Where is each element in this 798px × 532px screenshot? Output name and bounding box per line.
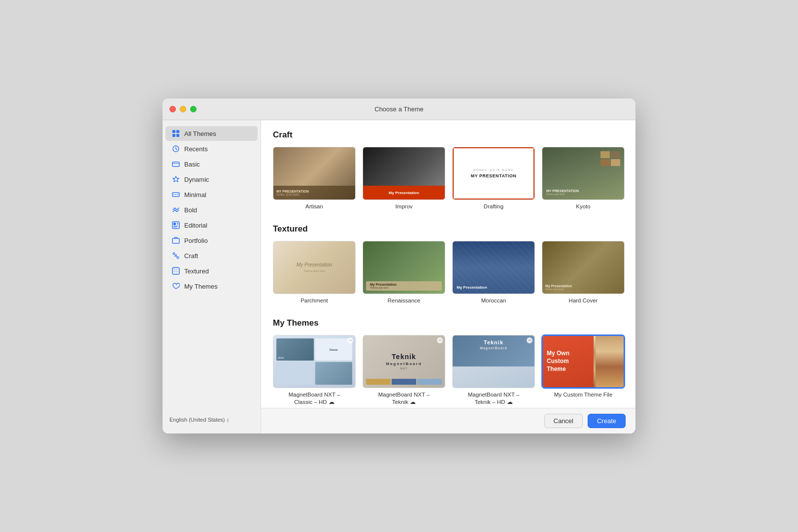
drafting-thumb: DONEC QUIS NUNC MY PRESENTATION (452, 147, 535, 200)
sidebar-nav: All Themes Recents (163, 126, 261, 294)
theme-card-magnetboard-teknik[interactable]: Teknik MagnetBoard NXT ⋯ (363, 335, 445, 406)
magnetboard-teknik-thumb: Teknik MagnetBoard NXT ⋯ (363, 335, 445, 388)
dynamic-label: Dynamic (184, 176, 209, 183)
hardcover-thumb: My Presentation Donec quis nunc (542, 241, 625, 294)
kyoto-label: Kyoto (576, 203, 590, 210)
magnetboard-teknik-hd-label: MagnetBoard NXT –Teknik – HD ☁ (468, 391, 520, 406)
artisan-label: Artisan (305, 203, 323, 210)
artisan-thumb: MY PRESENTATION DONEC QUIS NUNC (273, 147, 356, 200)
window-title: Choose a Theme (374, 105, 424, 113)
my-themes-label: My Themes (184, 283, 218, 290)
bold-icon (171, 205, 180, 214)
cancel-button[interactable]: Cancel (544, 414, 583, 428)
sidebar-item-all-themes[interactable]: All Themes (166, 126, 258, 141)
sidebar-item-basic[interactable]: Basic (166, 157, 258, 171)
magnetboard-teknik-hd-thumb: Teknik MagnetBoard ⋯ (452, 335, 535, 388)
portfolio-icon (171, 236, 180, 245)
svg-point-8 (173, 194, 174, 195)
svg-rect-1 (176, 130, 179, 133)
content-scroll-area[interactable]: Craft MY PRESENTATION DONEC QUIS NUNC (261, 120, 635, 408)
editorial-icon (171, 221, 180, 230)
drafting-label: Drafting (484, 203, 503, 210)
my-themes-grid: photo Classic ⋯ (273, 335, 624, 406)
magnetboard-classic-thumb: photo Classic ⋯ (273, 335, 356, 388)
textured-icon (171, 266, 180, 275)
basic-label: Basic (184, 161, 200, 168)
main-content: Craft MY PRESENTATION DONEC QUIS NUNC (261, 120, 635, 433)
textured-section-title: Textured (273, 224, 624, 234)
sidebar-item-minimal[interactable]: Minimal (166, 187, 258, 202)
create-button[interactable]: Create (588, 414, 626, 428)
svg-rect-0 (172, 130, 175, 133)
theme-card-kyoto[interactable]: MY PRESENTATION Donec quis nunc Kyoto (542, 147, 625, 210)
sidebar-item-craft[interactable]: Craft (166, 248, 258, 263)
my-themes-icon (171, 282, 180, 291)
all-themes-icon (171, 129, 180, 138)
svg-rect-11 (172, 222, 179, 229)
sidebar-item-dynamic[interactable]: Dynamic (166, 172, 258, 187)
window-body: All Themes Recents (163, 120, 635, 433)
editorial-label: Editorial (184, 222, 207, 229)
theme-card-artisan[interactable]: MY PRESENTATION DONEC QUIS NUNC Artisan (273, 147, 356, 210)
hardcover-label: Hard Cover (569, 297, 598, 304)
moroccan-thumb: My Presentation (452, 241, 535, 294)
sidebar-item-portfolio[interactable]: Portfolio (166, 233, 258, 248)
minimize-button[interactable] (180, 106, 186, 112)
sidebar-item-textured[interactable]: Textured (166, 264, 258, 278)
title-bar: Choose a Theme (163, 99, 635, 120)
sidebar-item-my-themes[interactable]: My Themes (166, 279, 258, 294)
theme-card-magnetboard-classic[interactable]: photo Classic ⋯ (273, 335, 356, 406)
svg-rect-22 (172, 267, 179, 274)
svg-rect-5 (172, 162, 179, 166)
sidebar-item-recents[interactable]: Recents (166, 141, 258, 156)
svg-point-18 (173, 253, 175, 255)
craft-label: Craft (184, 252, 198, 260)
recents-icon (171, 144, 180, 153)
renaissance-thumb: My Presentation Theme quis num (363, 241, 445, 294)
theme-card-drafting[interactable]: DONEC QUIS NUNC MY PRESENTATION Drafting (452, 147, 535, 210)
renaissance-label: Renaissance (388, 297, 420, 304)
theme-card-parchment[interactable]: My Presentation Theme quis num Parchment (273, 241, 356, 304)
sidebar-item-editorial[interactable]: Editorial (166, 218, 258, 233)
theme-card-my-custom[interactable]: My OwnCustomTheme My Custom Theme File (542, 335, 625, 406)
fullscreen-button[interactable] (190, 106, 197, 112)
svg-point-19 (177, 257, 179, 259)
parchment-thumb: My Presentation Theme quis num (273, 241, 356, 294)
recents-label: Recents (184, 145, 208, 153)
moroccan-label: Moroccan (481, 297, 506, 304)
basic-icon (171, 160, 180, 168)
my-custom-thumb: My OwnCustomTheme (542, 335, 625, 388)
svg-rect-2 (172, 134, 175, 137)
theme-card-hardcover[interactable]: My Presentation Donec quis nunc Hard Cov… (542, 241, 625, 304)
bold-label: Bold (184, 206, 197, 214)
craft-icon (171, 251, 180, 260)
minimal-label: Minimal (184, 191, 206, 199)
close-button[interactable] (169, 106, 176, 112)
theme-card-moroccan[interactable]: My Presentation Moroccan (452, 241, 535, 304)
svg-rect-17 (172, 238, 179, 243)
main-window: Choose a Theme All Themes (163, 99, 635, 433)
svg-point-9 (175, 194, 176, 195)
traffic-lights (169, 106, 197, 112)
portfolio-label: Portfolio (184, 237, 208, 244)
language-selector[interactable]: English (United States) ↕ (163, 412, 261, 428)
textured-theme-grid: My Presentation Theme quis num Parchment… (273, 241, 624, 304)
minimal-icon (171, 190, 180, 199)
sidebar-item-bold[interactable]: Bold (166, 202, 258, 217)
my-themes-section-title: My Themes (273, 318, 624, 328)
kyoto-thumb: MY PRESENTATION Donec quis nunc (542, 147, 625, 200)
theme-card-renaissance[interactable]: My Presentation Theme quis num Renaissan… (363, 241, 445, 304)
svg-rect-3 (176, 134, 179, 137)
my-custom-label: My Custom Theme File (554, 391, 613, 399)
craft-theme-grid: MY PRESENTATION DONEC QUIS NUNC Artisan (273, 147, 624, 210)
magnetboard-classic-label: MagnetBoard NXT –Classic – HD ☁ (289, 391, 340, 406)
craft-section-title: Craft (273, 130, 624, 140)
all-themes-label: All Themes (184, 130, 216, 137)
sidebar: All Themes Recents (163, 120, 261, 433)
dynamic-icon (171, 175, 180, 184)
svg-point-10 (177, 194, 178, 195)
svg-rect-12 (173, 223, 176, 225)
theme-card-improv[interactable]: My Presentation Improv (363, 147, 445, 210)
parchment-label: Parchment (300, 297, 328, 304)
theme-card-magnetboard-teknik-hd[interactable]: Teknik MagnetBoard ⋯ MagnetBoard NXT –Te… (452, 335, 535, 406)
